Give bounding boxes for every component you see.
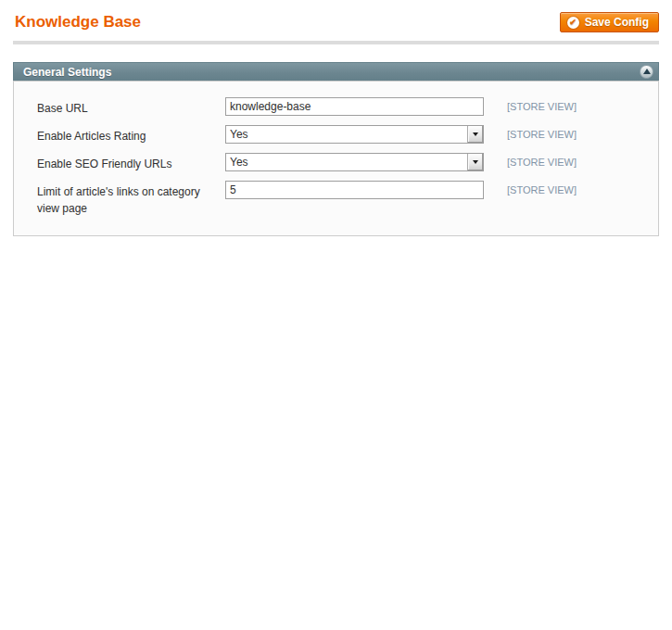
content-header: Knowledge Base ✔ Save Config: [13, 0, 659, 32]
chevron-up-icon: [643, 69, 651, 74]
enable-articles-rating-select[interactable]: Yes: [225, 125, 484, 144]
enable-seo-friendly-urls-select[interactable]: Yes: [225, 153, 484, 171]
base-url-input[interactable]: [225, 97, 484, 116]
base-url-label: Base URL: [37, 97, 225, 117]
scope-label: [STORE VIEW]: [507, 181, 577, 195]
collapse-button[interactable]: [640, 65, 653, 79]
field-row: Base URL[STORE VIEW]: [37, 97, 635, 117]
save-config-label: Save Config: [585, 16, 649, 29]
field-row: Limit of article's links on category vie…: [37, 181, 635, 217]
article-links-limit-input[interactable]: [225, 181, 484, 199]
scope-label: [STORE VIEW]: [507, 125, 577, 140]
header-divider: [13, 41, 659, 44]
general-settings-panel: General Settings Base URL[STORE VIEW]Ena…: [13, 62, 659, 236]
enable-seo-friendly-urls-label: Enable SEO Friendly URLs: [37, 153, 225, 172]
check-circle-icon: ✔: [567, 17, 579, 29]
page: Knowledge Base ✔ Save Config General Set…: [0, 0, 672, 630]
scope-label: [STORE VIEW]: [507, 153, 577, 168]
section-title: General Settings: [23, 66, 111, 79]
section-header[interactable]: General Settings: [13, 62, 659, 81]
article-links-limit-label: Limit of article's links on category vie…: [37, 181, 225, 217]
save-config-button[interactable]: ✔ Save Config: [560, 12, 659, 32]
enable-seo-friendly-urls-select-wrap: Yes: [225, 153, 484, 171]
enable-articles-rating-label: Enable Articles Rating: [37, 125, 225, 145]
scope-label: [STORE VIEW]: [507, 97, 577, 112]
settings-fieldset: Base URL[STORE VIEW]Enable Articles Rati…: [13, 81, 659, 236]
enable-articles-rating-select-wrap: Yes: [225, 125, 484, 144]
page-title: Knowledge Base: [13, 13, 141, 32]
field-row: Enable SEO Friendly URLsYes[STORE VIEW]: [37, 153, 635, 172]
field-row: Enable Articles RatingYes[STORE VIEW]: [37, 125, 635, 145]
